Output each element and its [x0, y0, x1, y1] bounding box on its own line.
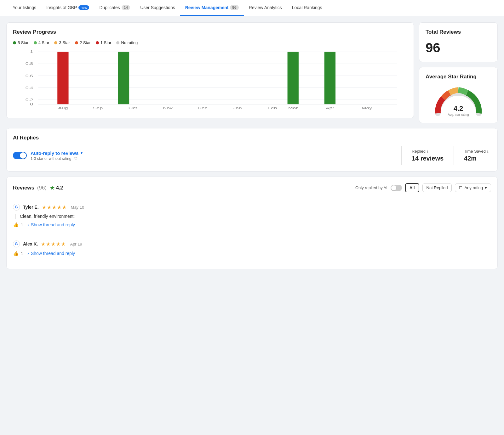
- legend-label-3star: 3 Star: [59, 40, 70, 45]
- star-1b: ★: [41, 241, 45, 247]
- stars-row-1: ★ ★ ★ ★ ★: [42, 204, 66, 210]
- review-progress-title: Review Progress: [13, 29, 407, 35]
- avg-rating-title: Average Star Rating: [426, 74, 491, 80]
- legend-4star: 4 Star: [34, 40, 49, 45]
- nav-duplicates-badge: 14: [122, 5, 130, 10]
- bar-apr: [324, 52, 335, 105]
- nav-review-management-badge: 96: [230, 5, 238, 10]
- only-ai-toggle[interactable]: [391, 185, 402, 191]
- top-row: Review Progress 5 Star 4 Star 3 Star 2: [6, 22, 498, 123]
- star-5b: ★: [61, 241, 66, 247]
- chevron-right-icon-2: ›: [27, 251, 29, 256]
- svg-text:1: 1: [30, 50, 33, 54]
- reviewer-name-2: Alex K.: [23, 241, 38, 246]
- legend-dot-1star: [96, 41, 99, 44]
- review-progress-card: Review Progress 5 Star 4 Star 3 Star 2: [6, 22, 414, 118]
- toggle-section: Auto-reply to reviews ▾ 1-3 star or with…: [13, 150, 394, 161]
- total-reviews-card: Total Reviews 96: [419, 22, 498, 62]
- reviews-count: (96): [37, 185, 47, 191]
- bar-oct: [118, 52, 129, 105]
- legend-label-5star: 5 Star: [18, 40, 29, 45]
- svg-text:Aug: Aug: [58, 106, 68, 110]
- svg-text:4.2: 4.2: [454, 105, 463, 112]
- star-3: ★: [52, 204, 56, 210]
- google-icon-1: G: [13, 204, 20, 211]
- thumb-icon-1: 👍: [13, 222, 19, 228]
- reviews-filters: Only replied by AI All Not Replied ☐ Any…: [355, 183, 491, 192]
- thumb-icon-2: 👍: [13, 251, 19, 256]
- rating-filter-dropdown[interactable]: ☐ Any rating ▾: [455, 184, 491, 192]
- review-actions-1: 👍 1 › Show thread and reply: [13, 222, 491, 228]
- time-saved-label: Time Saved ℹ: [464, 149, 489, 154]
- reviews-header: Reviews (96) ★ 4.2 Only replied by AI Al…: [13, 183, 491, 192]
- legend-dot-3star: [54, 41, 57, 44]
- auto-reply-label[interactable]: Auto-reply to reviews: [31, 150, 79, 156]
- show-thread-button-2[interactable]: Show thread and reply: [31, 251, 75, 256]
- avg-rating-inline: 4.2: [56, 185, 63, 191]
- svg-text:0.4: 0.4: [26, 86, 33, 90]
- table-row: G Tyler E. ★ ★ ★ ★ ★ May 10 Clean, frien…: [13, 197, 491, 234]
- auto-reply-toggle[interactable]: [13, 152, 27, 159]
- nav-duplicates[interactable]: Duplicates 14: [94, 0, 135, 16]
- show-thread-button-1[interactable]: Show thread and reply: [31, 222, 75, 227]
- chart-legend: 5 Star 4 Star 3 Star 2 Star 1 Star: [13, 40, 407, 45]
- reaction-count-1: 1: [21, 223, 23, 227]
- review-actions-2: 👍 1 › Show thread and reply: [13, 251, 491, 256]
- nav-your-listings[interactable]: Your listings: [8, 0, 41, 16]
- svg-text:0.6: 0.6: [26, 74, 33, 78]
- svg-text:Jan: Jan: [233, 106, 242, 110]
- star-3b: ★: [51, 241, 55, 247]
- svg-text:Nov: Nov: [163, 106, 173, 110]
- reviews-card: Reviews (96) ★ 4.2 Only replied by AI Al…: [6, 177, 498, 269]
- review-date-2: Apr 19: [70, 242, 82, 246]
- gauge-svg: 4.2 Avg. star rating: [433, 85, 484, 116]
- nav-review-analytics[interactable]: Review Analytics: [244, 0, 287, 16]
- ai-replies-title: AI Replies: [13, 135, 491, 141]
- svg-text:Feb: Feb: [267, 106, 277, 110]
- rating-filter-label: Any rating: [464, 185, 483, 190]
- reviews-title: Reviews (96): [13, 185, 47, 191]
- chevron-down-icon: ▾: [81, 151, 83, 155]
- avg-rating-card: Average Star Rating: [419, 67, 498, 123]
- filter-not-replied-button[interactable]: Not Replied: [422, 184, 452, 192]
- dropdown-chevron-icon: ▾: [485, 185, 487, 190]
- nav-review-management[interactable]: Review Management 96: [180, 0, 244, 16]
- ai-replies-inner: Auto-reply to reviews ▾ 1-3 star or with…: [13, 146, 491, 165]
- svg-text:Mar: Mar: [288, 106, 298, 110]
- info-icon-replied: ℹ: [427, 149, 428, 154]
- right-panel: Total Reviews 96 Average Star Rating: [419, 22, 498, 123]
- legend-label-2star: 2 Star: [80, 40, 91, 45]
- legend-label-norating: No rating: [121, 40, 138, 45]
- auto-reply-sub: 1-3 star or without rating 🛡: [31, 156, 83, 161]
- nav-local-rankings[interactable]: Local Rankings: [287, 0, 327, 16]
- star-icon-inline: ★: [50, 184, 55, 191]
- nav-user-suggestions[interactable]: User Suggestions: [135, 0, 180, 16]
- svg-text:0.2: 0.2: [26, 98, 33, 102]
- chevron-right-icon-1: ›: [27, 222, 29, 227]
- svg-text:May: May: [362, 106, 372, 110]
- legend-dot-norating: [116, 41, 119, 44]
- legend-label-4star: 4 Star: [38, 40, 49, 45]
- legend-dot-5star: [13, 41, 16, 44]
- reviewer-row-1: G Tyler E. ★ ★ ★ ★ ★ May 10: [13, 204, 491, 211]
- review-date-1: May 10: [71, 205, 84, 210]
- star-4: ★: [57, 204, 61, 210]
- reviewer-name-1: Tyler E.: [23, 205, 39, 210]
- toggle-knob: [20, 152, 26, 159]
- star-2: ★: [47, 204, 51, 210]
- only-ai-toggle-knob: [391, 185, 396, 190]
- reviewer-row-2: G Alex K. ★ ★ ★ ★ ★ Apr 19: [13, 240, 491, 247]
- svg-text:Avg. star rating: Avg. star rating: [448, 113, 469, 116]
- replied-stat: Replied ℹ 14 reviews: [409, 149, 446, 162]
- nav-insights-gbp[interactable]: Insights of GBP new: [41, 0, 94, 16]
- auto-reply-info: Auto-reply to reviews ▾ 1-3 star or with…: [31, 150, 83, 161]
- replied-label: Replied ℹ: [412, 149, 444, 154]
- table-row: G Alex K. ★ ★ ★ ★ ★ Apr 19 👍 1 › Show t: [13, 234, 491, 263]
- total-reviews-title: Total Reviews: [426, 29, 491, 35]
- svg-text:Oct: Oct: [129, 106, 137, 110]
- nav-new-badge: new: [78, 5, 89, 10]
- filter-all-button[interactable]: All: [405, 183, 419, 192]
- rating-filter-icon: ☐: [459, 186, 462, 190]
- google-icon-2: G: [13, 240, 20, 247]
- ai-replies-card: AI Replies Auto-reply to reviews ▾ 1-3 s…: [6, 128, 498, 172]
